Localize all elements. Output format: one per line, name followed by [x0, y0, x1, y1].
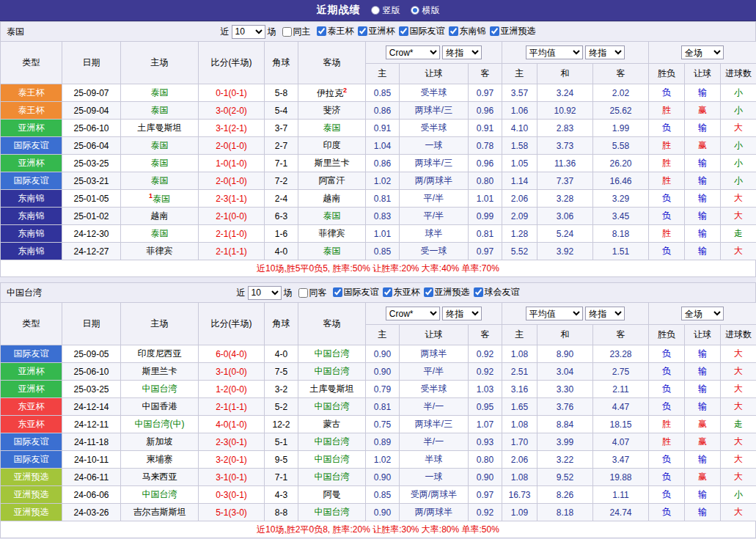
- recent-count-select[interactable]: 10: [232, 25, 265, 39]
- away-odds: 0.97: [469, 243, 502, 260]
- competition-filter-checkbox[interactable]: 国际友谊: [399, 25, 445, 37]
- col-result: 胜负: [649, 325, 685, 345]
- competition-filter-checkbox[interactable]: 国际友谊: [333, 286, 379, 298]
- competition-filter-checkbox[interactable]: 泰王杯: [317, 25, 354, 37]
- home-odds: 1.04: [366, 137, 400, 155]
- odds-company-select[interactable]: Crow*: [386, 307, 440, 320]
- competition-filter-checkbox[interactable]: 东南锦: [449, 25, 486, 37]
- avg-draw: 3.22: [537, 451, 593, 469]
- col-avg-draw: 和: [537, 325, 593, 345]
- avg-draw: 8.90: [537, 345, 593, 363]
- score: 2-3(1-1): [199, 190, 265, 208]
- avg-away: 3.45: [593, 208, 649, 225]
- recent-label-post: 场: [284, 287, 293, 299]
- competition-filter-checkbox[interactable]: 球会友谊: [474, 286, 520, 298]
- final-odds-select-2[interactable]: 终指: [585, 307, 625, 320]
- competition-filter-checkbox-input[interactable]: [490, 26, 499, 36]
- home-odds: 1.01: [366, 225, 400, 243]
- home-odds: 0.79: [366, 381, 400, 398]
- same-side-checkbox[interactable]: 同主: [282, 26, 311, 38]
- away-odds: 0.96: [469, 155, 502, 172]
- competition-filter-checkbox-input[interactable]: [424, 287, 433, 297]
- match-row: 国际友谊25-06-04泰国2-0(1-0)2-7印度1.04一球0.781.5…: [1, 137, 756, 155]
- competition-filter-checkbox[interactable]: 亚洲杯: [358, 25, 395, 37]
- competition-filter-checkbox-input[interactable]: [383, 287, 392, 297]
- results-table-body: 国际友谊25-09-05印度尼西亚6-0(4-0)4-0中国台湾0.90两球半0…: [1, 345, 756, 521]
- handicap-result: 输: [685, 381, 721, 398]
- match-row: 亚洲杯25-06-10斯里兰卡3-1(0-0)7-5中国台湾0.90平/半0.9…: [1, 363, 756, 381]
- goals-result: 小: [721, 102, 756, 120]
- home-team: 泰国: [121, 225, 199, 243]
- home-odds: 0.90: [366, 469, 400, 486]
- full-match-select[interactable]: 全场: [681, 307, 724, 320]
- home-team: 中国台湾: [121, 486, 199, 504]
- home-team: 越南: [121, 208, 199, 225]
- competition-filter-checkbox-input[interactable]: [317, 26, 326, 36]
- competition-filter-checkbox-input[interactable]: [474, 287, 483, 297]
- competition-badge: 东南锦: [1, 243, 62, 260]
- competition-badge: 亚洲预选: [1, 469, 62, 486]
- goals-result: 大: [721, 381, 756, 398]
- layout-vertical-radio[interactable]: 竖版: [371, 4, 400, 17]
- same-side-checkbox-input[interactable]: [298, 288, 308, 298]
- col-type: 类型: [1, 42, 62, 84]
- topbar: 近期战绩 竖版 横版: [0, 0, 756, 21]
- competition-filter-checkbox[interactable]: 亚洲预选: [424, 286, 470, 298]
- corners: 2-4: [265, 190, 298, 208]
- avg-away: 3.29: [593, 190, 649, 208]
- final-odds-select-2[interactable]: 终指: [585, 45, 625, 59]
- corners: 5-1: [265, 433, 298, 451]
- col-corner: 角球: [265, 303, 298, 345]
- avg-draw: 11.36: [537, 155, 593, 172]
- layout-horizontal-label: 横版: [422, 4, 440, 17]
- same-side-checkbox[interactable]: 同客: [298, 287, 327, 299]
- away-team: 中国台湾: [298, 504, 366, 521]
- same-side-label: 同客: [309, 287, 327, 299]
- match-row: 亚洲杯25-03-25中国台湾1-2(0-0)3-2土库曼斯坦0.79受半球1.…: [1, 381, 756, 398]
- competition-filter-checkbox[interactable]: 东亚杯: [383, 286, 420, 298]
- competition-filter-checkbox[interactable]: 亚洲预选: [490, 25, 536, 37]
- avg-home: 1.65: [502, 398, 537, 416]
- away-odds: 0.92: [469, 345, 502, 363]
- away-team: 中国台湾: [298, 398, 366, 416]
- handicap-result: 输: [685, 398, 721, 416]
- average-select[interactable]: 平均值: [526, 45, 583, 59]
- goals-result: 大: [721, 190, 756, 208]
- odds-company-select[interactable]: Crow*: [386, 45, 440, 59]
- avg-away: 2.11: [593, 381, 649, 398]
- col-avg-draw: 和: [537, 64, 593, 84]
- home-team: 柬埔寨: [121, 451, 199, 469]
- avg-home: 3.16: [502, 381, 537, 398]
- match-date: 25-03-21: [62, 172, 121, 190]
- average-select[interactable]: 平均值: [526, 307, 583, 320]
- score: 3-1(0-1): [199, 469, 265, 486]
- same-side-checkbox-input[interactable]: [282, 27, 292, 37]
- final-odds-select[interactable]: 终指: [442, 307, 482, 320]
- full-match-select[interactable]: 全场: [681, 45, 724, 59]
- competition-filter-checkbox-input[interactable]: [399, 26, 408, 36]
- competition-filter-checkbox-input[interactable]: [449, 26, 458, 36]
- competition-filter-checkbox-input[interactable]: [333, 287, 342, 297]
- competition-filter-label: 东南锦: [460, 25, 486, 37]
- result: 负: [649, 243, 685, 260]
- match-date: 24-12-27: [62, 243, 121, 260]
- recent-label-post: 场: [268, 26, 276, 38]
- filter-row: 中国台湾 近 10 场 同客 国际友谊东亚杯亚洲预选球会友谊: [0, 282, 756, 302]
- score: 3-1(0-0): [199, 363, 265, 381]
- avg-draw: 9.52: [537, 469, 593, 486]
- final-odds-select[interactable]: 终指: [442, 45, 482, 59]
- handicap-result: 输: [685, 225, 721, 243]
- home-odds: 0.91: [366, 120, 400, 137]
- filter-controls: 近 10 场 同主 泰王杯亚洲杯国际友谊东南锦亚洲预选: [221, 25, 536, 39]
- score: 1-0(1-0): [199, 155, 265, 172]
- avg-draw: 3.92: [537, 243, 593, 260]
- competition-filter-checkbox-input[interactable]: [358, 26, 367, 36]
- results-table: 类型 日期 主场 比分(半场) 角球 客场 Crow* 终指 平均值 终指 全场: [0, 302, 756, 521]
- recent-count-select[interactable]: 10: [248, 286, 282, 300]
- handicap-line: 平/半: [400, 208, 469, 225]
- corners: 4-0: [265, 243, 298, 260]
- results-table: 类型 日期 主场 比分(半场) 角球 客场 Crow* 终指 平均值 终指 全场: [0, 41, 756, 260]
- avg-draw: 3.06: [537, 208, 593, 225]
- layout-horizontal-radio[interactable]: 横版: [411, 4, 440, 17]
- avg-home: 1.70: [502, 433, 537, 451]
